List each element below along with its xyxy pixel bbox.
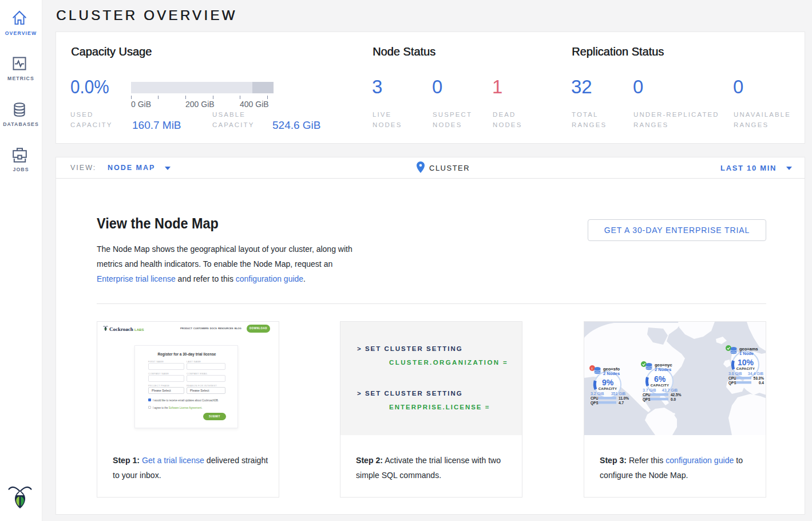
svg-text:1 Node: 1 Node: [739, 351, 754, 356]
svg-text:3.7 GiB: 3.7 GiB: [643, 388, 656, 392]
svg-text:CAPACITY: CAPACITY: [651, 384, 670, 387]
svg-text:2 Nodes: 2 Nodes: [655, 367, 671, 372]
svg-text:2 Nodes: 2 Nodes: [603, 371, 620, 376]
svg-text:351 GiB: 351 GiB: [611, 392, 626, 396]
svg-text:10%: 10%: [738, 358, 754, 367]
svg-text:QPS: QPS: [591, 401, 599, 405]
svg-text:CPU: CPU: [643, 393, 651, 397]
svg-text:53.3%: 53.3%: [754, 376, 765, 380]
svg-text:CPU: CPU: [591, 396, 599, 400]
svg-text:CAPACITY: CAPACITY: [599, 387, 617, 390]
svg-text:11.0%: 11.0%: [619, 396, 629, 400]
svg-text:QPS: QPS: [643, 397, 651, 402]
svg-text:!: !: [592, 367, 593, 370]
svg-text:9%: 9%: [602, 378, 614, 387]
svg-text:0.4: 0.4: [759, 381, 764, 385]
svg-text:43.7 GiB: 43.7 GiB: [662, 388, 678, 392]
svg-text:CPU: CPU: [728, 376, 736, 380]
svg-text:34.4 GiB: 34.4 GiB: [748, 372, 764, 376]
svg-text:3.2 GiB: 3.2 GiB: [591, 392, 604, 396]
svg-text:QPS: QPS: [728, 381, 736, 385]
svg-text:42.5%: 42.5%: [671, 393, 682, 397]
svg-text:3.6 GiB: 3.6 GiB: [728, 372, 742, 376]
svg-text:CAPACITY: CAPACITY: [736, 367, 755, 370]
svg-text:0.0: 0.0: [671, 397, 676, 401]
svg-text:6%: 6%: [654, 374, 666, 384]
svg-text:4.7: 4.7: [619, 401, 624, 405]
